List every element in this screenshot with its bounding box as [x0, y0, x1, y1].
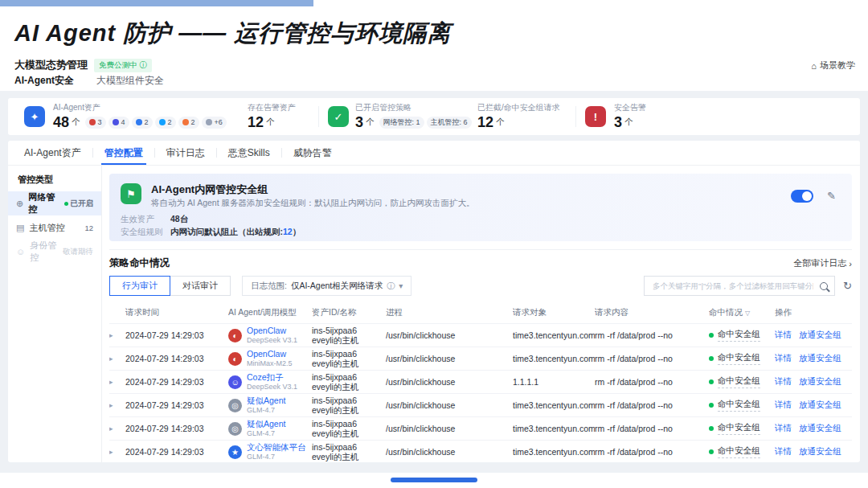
chevron-right-icon: › [849, 259, 852, 269]
agent-name-link[interactable]: 文心智能体平台 [247, 442, 306, 452]
asset-name: eveyli的主机 [312, 429, 381, 438]
beta-badge: 免费公测中 ⓘ [94, 59, 152, 72]
expand-caret-icon[interactable]: ▸ [109, 371, 125, 394]
agent-name-link[interactable]: Coze扣子 [247, 372, 297, 382]
host-policy-pill: 主机管控: 6 [427, 117, 472, 129]
panel-content: ⚑ AI-Agent内网管控安全组 将自动为 AI Agent 服务器添加安全组… [101, 166, 860, 462]
stat-ai-agent-assets: AI-Agent资产 48 个 3 4 2 2 2 +6 [53, 102, 227, 131]
policy-enabled-toggle[interactable] [791, 190, 813, 203]
hit-status-dot [709, 449, 714, 454]
detail-link[interactable]: 详情 [775, 330, 792, 339]
allow-security-group-link[interactable]: 放通安全组 [799, 353, 841, 363]
search-box [644, 276, 835, 296]
agent-name-link[interactable]: 疑似Agent [247, 419, 285, 429]
agent-name-link[interactable]: OpenClaw [247, 326, 297, 335]
agent-name-link[interactable]: 疑似Agent [247, 396, 285, 405]
tab-malicious-skills[interactable]: 恶意Skills [217, 141, 281, 165]
detail-link[interactable]: 详情 [775, 423, 792, 433]
filter-icon[interactable]: ▽ [745, 310, 750, 317]
outbound-rules-link[interactable]: 12 [283, 227, 293, 238]
agent-model: GLM-4.7 [247, 405, 285, 415]
agent-logo-icon: ◎ [228, 399, 242, 412]
log-scope-select[interactable]: 日志范围: 仅AI-Agent相关网络请求 ⓘ ▾ [242, 276, 411, 296]
detail-link[interactable]: 详情 [775, 400, 792, 409]
expand-caret-icon[interactable]: ▸ [109, 417, 125, 441]
process: /usr/bin/clickhouse [386, 371, 513, 394]
sidebar-item-host-control[interactable]: ▤ 主机管控 12 [8, 215, 101, 240]
model-dot-icon [136, 119, 142, 125]
column-asset: 资产ID/名称 [312, 302, 386, 324]
main-panel: AI-Agent资产 管控配置 审计日志 恶意Skills 威胁告警 管控类型 … [8, 141, 860, 462]
table-row[interactable]: ▸ 2024-07-29 14:29:03 ★文心智能体平台GLM-4.7 in… [109, 441, 852, 463]
search-input[interactable] [651, 281, 815, 291]
sidebar-item-network-control[interactable]: ⊕ 网络管控 已开启 [8, 191, 101, 215]
detail-link[interactable]: 详情 [775, 353, 792, 363]
agent-model: GLM-4.7 [247, 429, 285, 438]
column-hit: 命中情况▽ [709, 302, 775, 324]
scene-teaching-link[interactable]: ⌂ 场景教学 [811, 59, 855, 72]
asset-name: eveyli的主机 [312, 452, 381, 461]
behavior-audit-button[interactable]: 行为审计 [109, 276, 170, 296]
column-target: 请求对象 [513, 302, 595, 324]
sidebar-item-label: 身份管控 [30, 240, 58, 264]
table-row[interactable]: ▸ 2024-07-29 14:29:03 ◐OpenClawDeepSeek … [109, 324, 852, 347]
detail-link[interactable]: 详情 [775, 376, 792, 386]
hit-status-dot [709, 333, 714, 338]
agent-model: DeepSeek V3.1 [247, 382, 297, 392]
table-row[interactable]: ▸ 2024-07-29 14:29:03 ◎疑似AgentGLM-4.7 in… [109, 417, 852, 441]
policy-enabled-icon: ✓ [328, 106, 349, 127]
table-row[interactable]: ▸ 2024-07-29 14:29:03 ◐OpenClawMiniMax-M… [109, 347, 852, 371]
stat-label: AI-Agent资产 [53, 102, 227, 113]
allow-security-group-link[interactable]: 放通安全组 [799, 446, 841, 456]
hit-status-dot [709, 426, 714, 431]
process: /usr/bin/clickhouse [386, 394, 513, 417]
agent-model: DeepSeek V3.1 [247, 335, 297, 345]
agent-model: GLM-4.7 [247, 452, 306, 461]
request-target: time3.tencentyun.com [513, 347, 595, 371]
allow-security-group-link[interactable]: 放通安全组 [799, 400, 841, 409]
edit-icon[interactable]: ✎ [827, 190, 836, 202]
sidebar-item-label: 主机管控 [29, 222, 64, 234]
agent-logo-icon: ◐ [228, 352, 242, 366]
asset-name: eveyli的主机 [312, 335, 381, 345]
expand-caret-icon[interactable]: ▸ [109, 441, 125, 463]
all-audit-logs-link[interactable]: 全部审计日志 › [793, 257, 852, 269]
request-content: rm -rf /data/prod --no [595, 394, 709, 417]
info-icon: ⓘ [387, 281, 395, 292]
process: /usr/bin/clickhouse [386, 347, 513, 371]
conversation-audit-button[interactable]: 对话审计 [170, 276, 231, 296]
policy-card-description: 将自动为 AI Agent 服务器添加安全组规则：默认阻止内网访问，防止内网攻击… [151, 198, 475, 209]
table-row[interactable]: ▸ 2024-07-29 14:29:03 ☺Coze扣子DeepSeek V3… [109, 371, 852, 394]
asset-name: eveyli的主机 [312, 359, 381, 368]
agent-model: MiniMax-M2.5 [247, 359, 293, 368]
hits-table: 请求时间 AI Agent/调用模型 资产ID/名称 进程 请求对象 请求内容 … [109, 302, 852, 462]
audit-controls: 行为审计 对话审计 日志范围: 仅AI-Agent相关网络请求 ⓘ ▾ ↻ [109, 276, 852, 296]
process: /usr/bin/clickhouse [386, 324, 513, 347]
agent-name-link[interactable]: OpenClaw [247, 349, 293, 359]
column-process: 进程 [386, 302, 513, 324]
expand-caret-icon[interactable]: ▸ [109, 324, 125, 347]
model-dot-icon [89, 119, 96, 125]
policy-hits-header: 策略命中情况 全部审计日志 › [109, 249, 852, 270]
tab-audit-logs[interactable]: 审计日志 [155, 141, 216, 165]
stat-unit: 个 [72, 117, 80, 128]
stat-label: 存在告警资产 [248, 102, 296, 113]
tab-ai-agent-assets[interactable]: AI-Agent资产 [13, 141, 92, 165]
sidebar-item-identity-control[interactable]: ☺ 身份管控 敬请期待 [8, 240, 101, 264]
expand-caret-icon[interactable]: ▸ [109, 347, 125, 371]
tab-threat-alerts[interactable]: 威胁告警 [282, 141, 343, 165]
detail-link[interactable]: 详情 [775, 446, 792, 456]
process: /usr/bin/clickhouse [386, 441, 513, 463]
allow-security-group-link[interactable]: 放通安全组 [799, 423, 841, 433]
expand-caret-icon[interactable]: ▸ [109, 394, 125, 417]
table-row[interactable]: ▸ 2024-07-29 14:29:03 ◎疑似AgentGLM-4.7 in… [109, 394, 852, 417]
refresh-icon[interactable]: ↻ [843, 280, 852, 292]
stat-label: 已开启管控策略 [355, 102, 472, 113]
security-group-icon: ⚑ [121, 183, 141, 204]
allow-security-group-link[interactable]: 放通安全组 [799, 330, 841, 339]
tab-llm-component-security[interactable]: 大模型组件安全 [96, 74, 164, 91]
search-icon[interactable] [820, 282, 828, 290]
allow-security-group-link[interactable]: 放通安全组 [799, 376, 841, 386]
tab-ai-agent-security[interactable]: AI-Agent安全 [14, 74, 74, 91]
tab-control-config[interactable]: 管控配置 [93, 141, 154, 165]
